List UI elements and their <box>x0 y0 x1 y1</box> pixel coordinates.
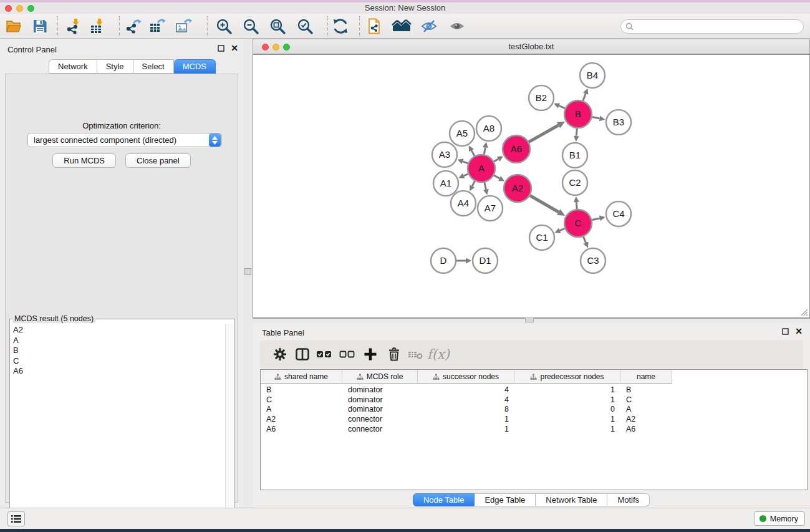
tab-edge-table[interactable]: Edge Table <box>475 493 536 506</box>
delete-column-icon[interactable] <box>385 346 403 363</box>
edge-A-A3[interactable] <box>463 162 468 163</box>
edge-A-A2[interactable] <box>494 175 499 178</box>
search-input[interactable] <box>636 22 803 31</box>
table-cell[interactable]: dominator <box>342 385 418 394</box>
task-history-button[interactable] <box>7 511 25 526</box>
graph-node-A6[interactable]: A6 <box>503 135 530 163</box>
export-network-icon[interactable] <box>125 17 142 35</box>
edge-C-C1[interactable] <box>560 228 565 230</box>
table-cell[interactable]: B <box>620 385 672 394</box>
table-cell[interactable]: A <box>620 405 672 414</box>
graph-node-B4[interactable]: B4 <box>580 63 605 88</box>
import-table-icon[interactable] <box>89 17 106 35</box>
tab-select[interactable]: Select <box>133 59 174 74</box>
table-cell[interactable]: 4 <box>418 395 514 404</box>
save-session-icon[interactable] <box>31 17 49 35</box>
duplicate-network-icon[interactable] <box>365 17 383 35</box>
graph-node-A5[interactable]: A5 <box>450 121 475 146</box>
result-item[interactable]: A6 <box>13 366 223 377</box>
float-table-panel-icon[interactable] <box>782 328 789 335</box>
graph-node-D[interactable]: D <box>431 248 456 273</box>
tab-style[interactable]: Style <box>97 59 133 74</box>
export-image-icon[interactable] <box>175 17 192 35</box>
table-cell[interactable]: C <box>620 395 672 404</box>
function-builder-icon[interactable]: f(x) <box>430 346 447 363</box>
hide-detail-eye-icon[interactable] <box>420 17 438 35</box>
table-cell[interactable]: B <box>261 385 342 394</box>
refresh-layout-icon[interactable] <box>332 17 349 35</box>
select-all-checkboxes-icon[interactable] <box>316 346 333 363</box>
zoom-fit-icon[interactable] <box>269 17 286 35</box>
close-table-panel-icon[interactable]: ✕ <box>795 327 803 335</box>
edge-A-A5[interactable] <box>471 150 475 156</box>
edge-C-C2[interactable] <box>576 202 577 209</box>
table-cell[interactable]: 4 <box>418 385 514 394</box>
resize-grip-icon[interactable] <box>801 309 808 316</box>
edge-B-B2[interactable] <box>559 106 565 109</box>
table-cell[interactable]: 1 <box>514 415 620 423</box>
table-cell[interactable]: A2 <box>620 415 672 423</box>
tab-motifs[interactable]: Motifs <box>607 493 650 506</box>
table-row[interactable]: Cdominator41C <box>261 395 807 405</box>
table-row[interactable]: A6connector11A6 <box>261 424 807 434</box>
result-item[interactable]: A2 <box>13 325 223 336</box>
table-settings-gear-icon[interactable] <box>271 346 289 363</box>
table-cell[interactable]: A2 <box>261 415 342 423</box>
table-cell[interactable]: connector <box>342 415 418 423</box>
add-column-icon[interactable] <box>362 346 379 363</box>
zoom-in-icon[interactable] <box>215 17 233 35</box>
edge-A-A4[interactable] <box>472 181 475 186</box>
criterion-dropdown[interactable]: largest connected component (directed) <box>27 133 222 147</box>
graph-node-C3[interactable]: C3 <box>581 248 605 273</box>
result-item[interactable]: C <box>13 356 223 367</box>
table-cell[interactable]: A6 <box>261 425 342 433</box>
network-graph[interactable]: B4B2BB3A8A5A6A3B1AA1C2A2A4A7C4CC1C3DD1 <box>253 55 809 317</box>
edge-A-A6[interactable] <box>494 159 498 162</box>
graph-node-B1[interactable]: B1 <box>562 143 587 168</box>
column-header-successor-nodes[interactable]: successor nodes <box>418 370 514 384</box>
graph-node-C2[interactable]: C2 <box>562 170 587 195</box>
float-panel-icon[interactable] <box>218 45 224 52</box>
table-cell[interactable]: connector <box>342 425 418 433</box>
graph-node-B[interactable]: B <box>564 100 592 128</box>
edge-B-B1[interactable] <box>576 128 577 136</box>
table-cell[interactable]: 0 <box>514 405 620 414</box>
graph-node-A4[interactable]: A4 <box>451 191 476 216</box>
tab-node-table[interactable]: Node Table <box>413 493 475 506</box>
edge-A2-C[interactable] <box>530 195 559 212</box>
network-window-titlebar[interactable]: testGlobe.txt <box>253 39 810 54</box>
close-panel-button[interactable]: Close panel <box>125 153 191 168</box>
graph-node-D1[interactable]: D1 <box>473 248 498 273</box>
zoom-out-icon[interactable] <box>242 17 259 35</box>
graph-node-A[interactable]: A <box>468 155 495 182</box>
edge-C-C4[interactable] <box>592 218 599 220</box>
graph-node-A8[interactable]: A8 <box>476 116 501 141</box>
result-item[interactable]: B <box>13 346 223 356</box>
graph-node-A1[interactable]: A1 <box>433 171 458 196</box>
toolbar-search[interactable] <box>620 19 804 34</box>
table-cell[interactable]: dominator <box>342 395 418 404</box>
zoom-selected-icon[interactable] <box>296 17 314 35</box>
column-header-name[interactable]: name <box>620 370 672 384</box>
column-view-icon[interactable] <box>294 346 311 363</box>
memory-button[interactable]: Memory <box>754 511 805 526</box>
table-cell[interactable]: dominator <box>342 405 418 414</box>
table-cell[interactable]: 8 <box>418 405 514 414</box>
graph-node-C4[interactable]: C4 <box>606 201 631 226</box>
graph-node-A7[interactable]: A7 <box>478 196 503 221</box>
graph-node-B3[interactable]: B3 <box>606 110 631 135</box>
result-item[interactable]: A <box>13 336 223 346</box>
tab-network[interactable]: Network <box>49 59 97 74</box>
table-cell[interactable]: 1 <box>514 425 620 433</box>
import-network-icon[interactable] <box>65 17 82 35</box>
table-cell[interactable]: 1 <box>418 415 514 423</box>
edge-A-A7[interactable] <box>485 182 486 189</box>
edge-B-B3[interactable] <box>592 117 600 118</box>
graph-node-A2[interactable]: A2 <box>504 175 531 202</box>
column-header-MCDS-role[interactable]: MCDS role <box>342 370 418 384</box>
open-file-icon[interactable] <box>5 17 22 35</box>
edge-A6-B[interactable] <box>529 125 559 142</box>
table-cell[interactable]: 1 <box>514 385 620 394</box>
tab-network-table[interactable]: Network Table <box>536 493 607 506</box>
show-detail-eye-icon[interactable] <box>448 17 466 35</box>
